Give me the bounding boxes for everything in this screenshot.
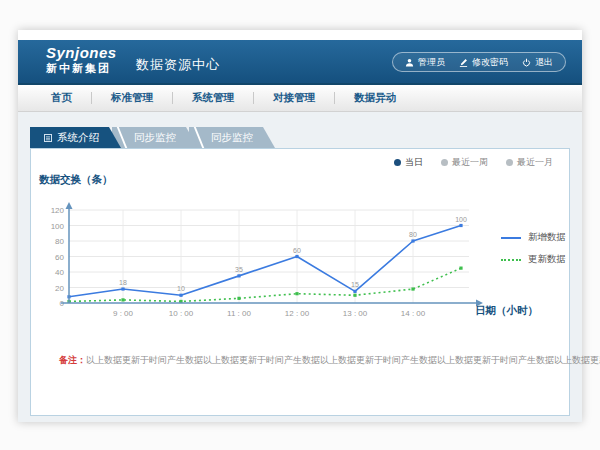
nav-item-system-mgmt[interactable]: 系统管理 [173, 91, 253, 105]
change-password-label: 修改密码 [472, 56, 508, 69]
radio-label: 最近一周 [452, 156, 488, 169]
svg-text:10 : 00: 10 : 00 [169, 309, 194, 318]
legend-line-dotted-icon [501, 259, 521, 261]
user-menu: 管理员 修改密码 退出 [392, 52, 566, 72]
nav-item-data-change[interactable]: 数据异动 [335, 91, 415, 105]
power-icon [522, 58, 531, 67]
nav-item-home[interactable]: 首页 [32, 91, 91, 105]
tab-bar: 系统介绍 同步监控 同步监控 [30, 127, 582, 148]
document-icon [44, 134, 52, 142]
footnote-prefix: 备注： [59, 355, 86, 365]
range-filter-group: 当日 最近一周 最近一月 [394, 156, 553, 169]
svg-text:14 : 00: 14 : 00 [401, 309, 426, 318]
chart-panel: 当日 最近一周 最近一月 数据交换（条） 9 : 0010 : 0011 : 0… [30, 148, 570, 416]
nav-item-standard-mgmt[interactable]: 标准管理 [92, 91, 172, 105]
footnote: 备注：以上数据更新于时间产生数据以上数据更新于时间产生数据以上数据更新于时间产生… [59, 354, 600, 367]
user-icon [405, 58, 414, 67]
radio-label: 当日 [405, 156, 423, 169]
change-password-button[interactable]: 修改密码 [459, 56, 508, 69]
legend-label: 更新数据 [528, 253, 566, 266]
legend-label: 新增数据 [528, 231, 566, 244]
page-background: Synjones 新中新集团 数据资源中心 管理员 修改密码 [0, 0, 600, 450]
radio-dot-icon [394, 159, 401, 166]
tab-label: 系统介绍 [57, 127, 99, 148]
logout-label: 退出 [535, 56, 553, 69]
svg-text:40: 40 [55, 268, 64, 277]
svg-text:12 : 00: 12 : 00 [285, 309, 310, 318]
radio-label: 最近一月 [517, 156, 553, 169]
edit-icon [459, 58, 468, 67]
tab-label: 同步监控 [134, 127, 176, 148]
svg-text:13 : 00: 13 : 00 [343, 309, 368, 318]
content-area: 系统介绍 同步监控 同步监控 当日 最近一周 [18, 112, 582, 422]
svg-text:80: 80 [55, 237, 64, 246]
tab-label: 同步监控 [211, 127, 253, 148]
line-chart: 9 : 0010 : 0011 : 0012 : 0013 : 0014 : 0… [31, 191, 491, 331]
svg-text:9 : 00: 9 : 00 [113, 309, 134, 318]
main-nav: 首页 标准管理 系统管理 对接管理 数据异动 [18, 85, 582, 112]
legend-item-new-data[interactable]: 新增数据 [501, 231, 566, 244]
legend-item-update-data[interactable]: 更新数据 [501, 253, 566, 266]
brand-logo: Synjones 新中新集团 [46, 45, 117, 74]
svg-text:20: 20 [55, 284, 64, 293]
svg-text:15: 15 [351, 281, 359, 288]
svg-text:35: 35 [235, 266, 243, 273]
tab-system-intro[interactable]: 系统介绍 [30, 127, 121, 148]
logo-text-cn: 新中新集团 [46, 63, 117, 74]
svg-text:120: 120 [51, 206, 65, 215]
admin-user-label: 管理员 [418, 56, 445, 69]
tab-sync-monitor-1[interactable]: 同步监控 [112, 127, 198, 148]
tab-sync-monitor-2[interactable]: 同步监控 [189, 127, 275, 148]
logout-button[interactable]: 退出 [522, 56, 553, 69]
svg-text:18: 18 [119, 279, 127, 286]
svg-text:11 : 00: 11 : 00 [227, 309, 251, 318]
admin-user-button[interactable]: 管理员 [405, 56, 445, 69]
svg-text:100: 100 [51, 222, 65, 231]
legend-line-solid-icon [501, 237, 521, 239]
svg-text:60: 60 [293, 247, 301, 254]
svg-text:60: 60 [55, 253, 64, 262]
radio-dot-icon [506, 159, 513, 166]
app-header: Synjones 新中新集团 数据资源中心 管理员 修改密码 [18, 40, 582, 85]
y-axis-title: 数据交换（条） [39, 173, 113, 187]
svg-text:80: 80 [409, 231, 417, 238]
footnote-text: 以上数据更新于时间产生数据以上数据更新于时间产生数据以上数据更新于时间产生数据以… [86, 355, 600, 365]
chart-legend: 新增数据 更新数据 [501, 231, 566, 266]
radio-last-week[interactable]: 最近一周 [441, 156, 488, 169]
radio-today[interactable]: 当日 [394, 156, 423, 169]
app-window: Synjones 新中新集团 数据资源中心 管理员 修改密码 [18, 30, 582, 422]
svg-text:100: 100 [455, 216, 467, 223]
radio-last-month[interactable]: 最近一月 [506, 156, 553, 169]
logo-text-en: Synjones [46, 45, 117, 60]
x-axis-title: 日期（小时） [475, 304, 538, 318]
svg-text:10: 10 [177, 285, 185, 292]
nav-item-interface-mgmt[interactable]: 对接管理 [254, 91, 334, 105]
radio-dot-icon [441, 159, 448, 166]
app-title: 数据资源中心 [136, 56, 220, 74]
